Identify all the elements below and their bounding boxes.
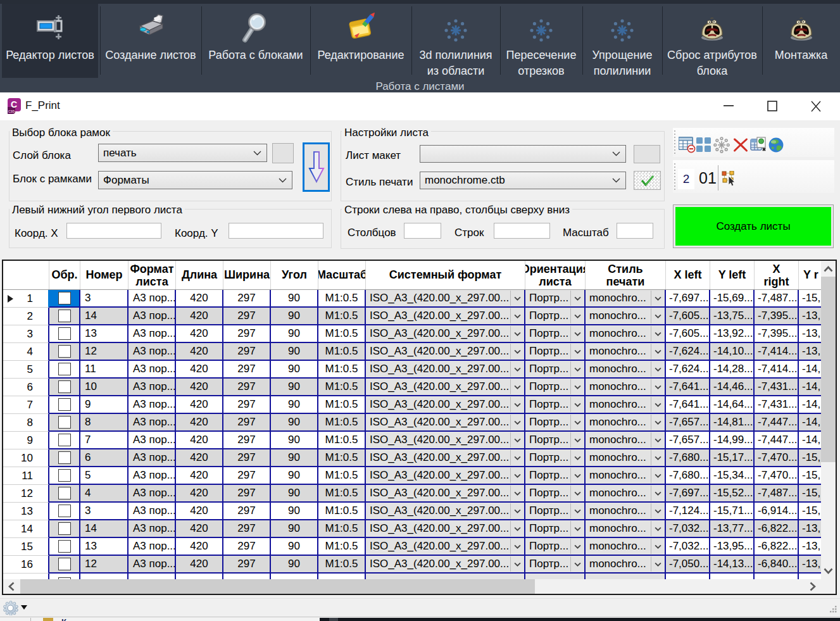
- svg-text:C3D: C3D: [8, 110, 15, 113]
- svg-text:C: C: [11, 99, 17, 110]
